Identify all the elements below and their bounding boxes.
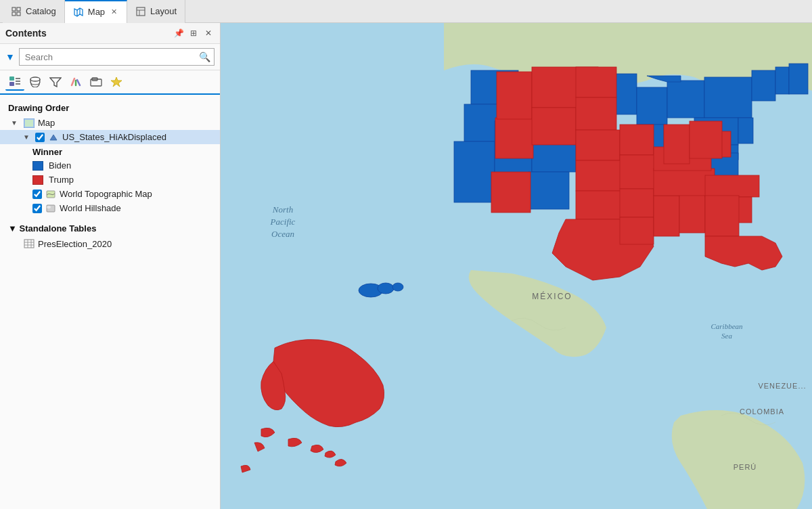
svg-rect-2 [12,12,16,16]
group-layer-button[interactable] [87,73,106,91]
svg-rect-1 [17,7,20,11]
svg-text:Ocean: Ocean [271,229,294,239]
world-topo-checkbox[interactable] [32,190,42,199]
symbology-button[interactable] [66,73,85,91]
tab-map-label: Map [88,7,105,17]
us-states-checkbox[interactable] [35,133,45,142]
list-drawing-order-button[interactable] [5,73,24,91]
svg-rect-66 [620,189,654,217]
tab-map-close[interactable]: ✕ [109,7,118,17]
svg-marker-16 [50,78,61,87]
world-hillshade-checkbox[interactable] [32,204,42,213]
svg-rect-14 [9,82,14,86]
svg-rect-63 [576,191,625,219]
winner-label: Winner [0,144,220,158]
sidebar-pin-button[interactable]: 📌 [173,27,185,39]
contents-toolbar [0,70,220,95]
tree-item-pres-election[interactable]: PresElection_2020 [0,236,220,251]
svg-rect-65 [620,155,657,189]
tab-catalog[interactable]: Catalog [3,0,65,23]
svg-text:COLOMBIA: COLOMBIA [740,407,784,416]
catalog-icon [11,6,22,17]
standalone-tables-header: ▼ Standalone Tables [0,221,220,236]
layout-icon [135,6,146,17]
svg-rect-67 [620,217,654,244]
sidebar-float-button[interactable]: ⊞ [187,27,200,39]
map-expand-arrow[interactable]: ▼ [11,119,20,127]
svg-rect-51 [789,64,808,94]
svg-rect-60 [576,97,616,130]
svg-rect-50 [775,67,789,94]
svg-line-19 [77,80,80,85]
svg-rect-29 [24,240,34,248]
svg-rect-76 [664,125,690,164]
search-magnify-icon: 🔍 [199,51,210,62]
tab-layout[interactable]: Layout [127,0,185,23]
us-states-expand-arrow[interactable]: ▼ [23,133,32,141]
svg-rect-3 [17,12,20,16]
svg-text:Sea: Sea [721,332,732,340]
filter-icon[interactable]: ▼ [5,51,15,62]
svg-marker-4 [74,8,83,16]
search-bar: ▼ 🔍 [0,44,220,70]
tree-item-us-states[interactable]: ▼ US_States_HiAkDisplaced [0,130,220,144]
biden-label: Biden [49,160,71,171]
map-label: Map [38,118,55,128]
sidebar: Contents 📌 ⊞ ✕ ▼ 🔍 [0,23,221,509]
legend-biden: Biden [0,158,220,173]
drawing-order-header: Drawing Order [0,100,220,116]
filter-by-type-button[interactable] [46,73,65,91]
svg-text:North: North [272,204,293,215]
svg-rect-55 [495,118,533,158]
tab-map[interactable]: Map ✕ [65,0,127,23]
sidebar-header: Contents 📌 ⊞ ✕ [0,23,220,44]
standalone-tables-arrow[interactable]: ▼ [8,223,19,234]
sidebar-close-button[interactable]: ✕ [202,27,215,39]
tree-item-world-hillshade[interactable]: World Hillshade [0,201,220,215]
map-frame-icon [23,118,35,128]
biden-color-swatch [32,161,43,171]
trump-label: Trump [49,175,74,185]
legend-trump: Trump [0,173,220,187]
svg-rect-41 [528,172,569,209]
svg-marker-25 [50,135,57,140]
svg-rect-46 [704,77,752,118]
contents-tree: Drawing Order ▼ Map ▼ US_States_HiAkDisp… [0,95,220,509]
tree-item-world-topo[interactable]: World Topographic Map [0,187,220,201]
svg-rect-54 [491,172,531,213]
svg-text:Pacific: Pacific [270,217,296,227]
svg-rect-48 [738,118,753,143]
svg-text:PERÚ: PERÚ [734,463,757,471]
svg-rect-0 [12,7,16,11]
map-view[interactable]: North Pacific Ocean MÉXICO Caribbean Sea… [221,23,812,509]
svg-text:MÉXICO: MÉXICO [532,291,572,301]
svg-rect-7 [137,7,145,16]
table-icon [23,238,35,249]
highlight-button[interactable] [107,73,126,91]
tab-bar: Catalog Map ✕ Layout [0,0,812,23]
svg-marker-22 [111,77,122,87]
svg-rect-61 [576,130,620,160]
tree-item-map[interactable]: ▼ Map [0,116,220,130]
main-content: Contents 📌 ⊞ ✕ ▼ 🔍 [0,23,812,509]
svg-point-15 [30,77,40,81]
sidebar-controls: 📌 ⊞ ✕ [173,27,215,39]
svg-rect-49 [752,70,775,101]
search-input[interactable] [19,48,215,66]
svg-rect-38 [454,141,495,202]
svg-text:Caribbean: Caribbean [710,322,743,330]
svg-rect-77 [690,121,722,158]
trump-color-swatch [32,175,43,185]
us-states-label: US_States_HiAkDisplaced [62,132,166,142]
svg-rect-43 [637,87,667,125]
world-topo-icon [45,190,57,199]
svg-rect-59 [576,67,616,97]
us-states-feature-icon [47,133,60,142]
list-data-source-button[interactable] [26,73,45,91]
tab-layout-label: Layout [150,6,177,16]
svg-point-80 [392,283,403,291]
world-hillshade-icon [45,204,57,213]
svg-point-79 [378,283,394,294]
svg-rect-56 [497,72,532,119]
svg-rect-64 [620,125,654,155]
